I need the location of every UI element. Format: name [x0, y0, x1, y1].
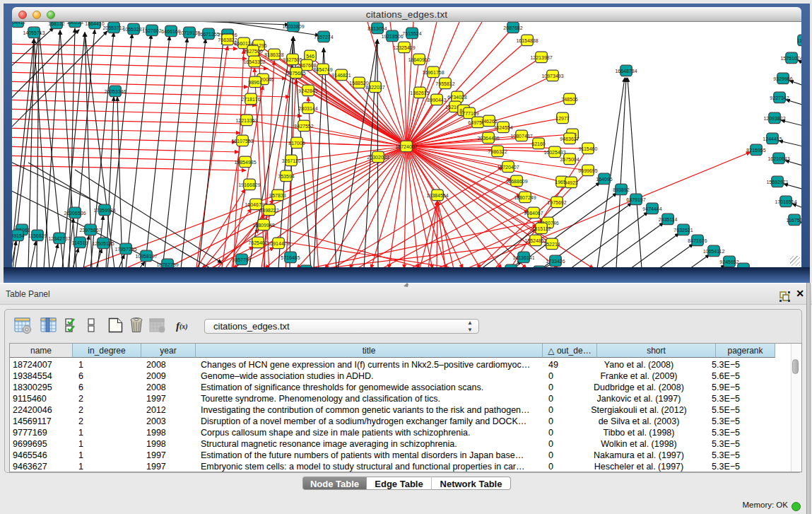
svg-text:16914479: 16914479 [267, 241, 289, 246]
svg-text:9777169: 9777169 [459, 111, 478, 116]
svg-text:16210643: 16210643 [767, 156, 789, 161]
svg-text:9327500: 9327500 [243, 49, 262, 54]
svg-text:16782759: 16782759 [156, 262, 178, 267]
svg-text:7625402: 7625402 [248, 240, 267, 245]
svg-text:1815112: 1815112 [532, 226, 551, 231]
svg-text:1362615: 1362615 [410, 90, 429, 95]
svg-text:1733426: 1733426 [546, 259, 565, 264]
svg-text:7515524: 7515524 [402, 31, 421, 36]
svg-text:17016514: 17016514 [775, 199, 796, 204]
svg-text:15751074: 15751074 [780, 56, 801, 61]
svg-text:8454749: 8454749 [313, 67, 332, 72]
svg-text:817006: 817006 [288, 141, 305, 146]
svg-text:546: 546 [306, 54, 314, 59]
svg-text:18807249: 18807249 [514, 195, 536, 200]
svg-text:12213987: 12213987 [530, 55, 552, 60]
svg-text:893892: 893892 [613, 187, 629, 192]
svg-text:9463627: 9463627 [560, 136, 579, 141]
svg-text:12342737: 12342737 [48, 236, 70, 241]
svg-text:89214: 89214 [736, 267, 751, 268]
svg-text:116753: 116753 [787, 218, 801, 223]
svg-text:164095: 164095 [596, 177, 612, 182]
svg-text:748506: 748506 [561, 97, 577, 102]
svg-text:8990443: 8990443 [427, 98, 446, 103]
svg-text:3267110: 3267110 [282, 158, 301, 163]
svg-text:2803144: 2803144 [298, 106, 317, 111]
svg-text:19384554: 19384554 [426, 193, 448, 198]
svg-text:9329966: 9329966 [773, 76, 792, 81]
svg-text:10653287: 10653287 [122, 27, 144, 32]
svg-text:62160: 62160 [531, 141, 546, 146]
svg-text:3575004: 3575004 [560, 157, 579, 162]
svg-text:12093822: 12093822 [763, 116, 785, 121]
svg-text:9245652: 9245652 [719, 259, 739, 264]
svg-text:3498222: 3498222 [259, 208, 278, 213]
svg-text:16961758: 16961758 [422, 70, 444, 75]
svg-text:8186328: 8186328 [264, 52, 283, 57]
svg-text:8813054: 8813054 [367, 26, 387, 31]
svg-text:(x): (x) [180, 322, 188, 331]
svg-text:18724007: 18724007 [395, 144, 417, 149]
svg-text:39154: 39154 [12, 233, 25, 238]
svg-text:8427552: 8427552 [294, 124, 313, 129]
svg-text:746266: 746266 [481, 119, 497, 124]
svg-text:10654112: 10654112 [703, 249, 725, 254]
svg-text:2718176: 2718176 [241, 97, 260, 102]
svg-text:16107553: 16107553 [231, 139, 253, 144]
svg-text:2935114: 2935114 [659, 217, 678, 222]
svg-text:9857791: 9857791 [232, 257, 251, 262]
svg-text:9327505: 9327505 [283, 57, 302, 62]
svg-text:16809948: 16809948 [252, 223, 274, 228]
svg-text:2087682: 2087682 [503, 25, 522, 30]
svg-text:5716485: 5716485 [281, 255, 300, 260]
svg-text:3875685: 3875685 [286, 71, 305, 76]
svg-text:857833: 857833 [269, 193, 286, 198]
svg-text:16543362: 16543362 [243, 59, 265, 64]
svg-text:7632621: 7632621 [673, 228, 693, 233]
svg-text:9699695: 9699695 [578, 168, 597, 173]
svg-text:16033809: 16033809 [282, 24, 304, 29]
svg-text:9146821: 9146821 [331, 73, 351, 78]
svg-text:10807487: 10807487 [510, 134, 532, 139]
svg-text:25302033: 25302033 [367, 155, 389, 160]
svg-text:15692971: 15692971 [766, 180, 788, 185]
svg-text:94923: 94923 [564, 180, 578, 185]
svg-text:26206536: 26206536 [64, 211, 86, 216]
svg-text:1244415: 1244415 [763, 136, 782, 141]
svg-text:12977: 12977 [555, 116, 570, 121]
svg-text:10025433: 10025433 [543, 150, 565, 155]
svg-text:190223: 190223 [66, 22, 83, 25]
svg-text:10973493: 10973493 [541, 74, 563, 78]
svg-text:1864410: 1864410 [85, 22, 104, 26]
svg-text:9474444: 9474444 [642, 206, 661, 211]
svg-text:14055713: 14055713 [23, 30, 45, 35]
svg-text:17957255: 17957255 [114, 247, 136, 252]
svg-text:9242845: 9242845 [298, 88, 317, 93]
svg-text:18640910: 18640910 [408, 57, 430, 62]
svg-text:104417: 104417 [12, 22, 26, 25]
svg-text:3624554: 3624554 [493, 125, 512, 130]
svg-text:168122: 168122 [48, 22, 64, 26]
svg-text:20364436: 20364436 [477, 136, 499, 141]
svg-text:17359924: 17359924 [93, 208, 115, 213]
svg-text:16154838: 16154838 [516, 38, 538, 43]
svg-text:12213363: 12213363 [235, 118, 257, 123]
svg-text:26053346: 26053346 [104, 89, 126, 94]
svg-text:7955812: 7955812 [435, 81, 454, 86]
svg-text:7357274: 7357274 [314, 35, 333, 40]
svg-text:98961: 98961 [248, 80, 262, 85]
svg-text:20553712: 20553712 [102, 25, 124, 30]
svg-text:16648784: 16648784 [615, 69, 637, 74]
svg-text:9115460: 9115460 [579, 146, 598, 151]
svg-text:19854985: 19854985 [234, 160, 256, 165]
svg-text:6734028: 6734028 [447, 95, 466, 100]
svg-text:252214: 252214 [543, 242, 560, 247]
svg-text:19166829: 19166829 [238, 182, 260, 187]
svg-text:1156829: 1156829 [28, 233, 47, 238]
svg-text:1975692: 1975692 [547, 200, 566, 205]
svg-text:1527602: 1527602 [142, 28, 161, 33]
svg-text:12325419: 12325419 [393, 45, 415, 50]
svg-text:8471676: 8471676 [688, 238, 707, 243]
svg-text:15720407: 15720407 [497, 165, 519, 170]
svg-text:753594: 753594 [278, 174, 294, 179]
